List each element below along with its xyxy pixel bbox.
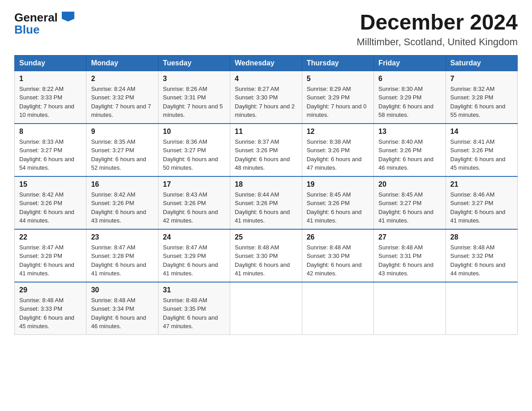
svg-marker-0 [62, 12, 74, 21]
calendar-cell: 14Sunrise: 8:41 AMSunset: 3:26 PMDayligh… [446, 124, 517, 176]
day-number: 11 [235, 128, 297, 136]
column-header-thursday: Thursday [302, 55, 373, 71]
calendar-cell: 5Sunrise: 8:29 AMSunset: 3:29 PMDaylight… [302, 71, 373, 124]
column-header-wednesday: Wednesday [230, 55, 302, 71]
calendar-cell: 22Sunrise: 8:47 AMSunset: 3:28 PMDayligh… [15, 229, 86, 282]
day-info: Sunrise: 8:22 AMSunset: 3:33 PMDaylight:… [19, 85, 82, 120]
calendar-cell: 8Sunrise: 8:33 AMSunset: 3:27 PMDaylight… [15, 124, 86, 176]
day-info: Sunrise: 8:47 AMSunset: 3:28 PMDaylight:… [91, 243, 153, 278]
day-number: 20 [378, 180, 441, 188]
calendar-cell: 15Sunrise: 8:42 AMSunset: 3:26 PMDayligh… [15, 176, 86, 229]
calendar-cell: 7Sunrise: 8:32 AMSunset: 3:28 PMDaylight… [446, 71, 517, 124]
calendar-cell: 25Sunrise: 8:48 AMSunset: 3:30 PMDayligh… [230, 229, 302, 282]
calendar-week-row: 8Sunrise: 8:33 AMSunset: 3:27 PMDaylight… [15, 124, 518, 176]
logo-icon [62, 12, 74, 21]
day-number: 15 [19, 180, 82, 188]
day-info: Sunrise: 8:46 AMSunset: 3:27 PMDaylight:… [450, 190, 513, 225]
day-number: 14 [450, 128, 513, 136]
calendar-cell: 3Sunrise: 8:26 AMSunset: 3:31 PMDaylight… [158, 71, 230, 124]
day-number: 30 [91, 286, 153, 294]
calendar-cell [302, 282, 373, 335]
day-info: Sunrise: 8:27 AMSunset: 3:30 PMDaylight:… [235, 85, 297, 120]
calendar-cell: 20Sunrise: 8:45 AMSunset: 3:27 PMDayligh… [374, 176, 446, 229]
day-number: 16 [91, 180, 153, 188]
day-number: 17 [163, 180, 225, 188]
day-info: Sunrise: 8:41 AMSunset: 3:26 PMDaylight:… [450, 137, 513, 172]
day-number: 27 [378, 233, 441, 241]
column-header-saturday: Saturday [446, 55, 517, 71]
calendar-title: December 2024 [357, 11, 518, 34]
day-info: Sunrise: 8:30 AMSunset: 3:29 PMDaylight:… [378, 85, 441, 120]
day-number: 12 [307, 128, 369, 136]
column-header-tuesday: Tuesday [158, 55, 230, 71]
calendar-cell: 27Sunrise: 8:48 AMSunset: 3:31 PMDayligh… [374, 229, 446, 282]
day-number: 19 [307, 180, 369, 188]
day-info: Sunrise: 8:35 AMSunset: 3:27 PMDaylight:… [91, 137, 153, 172]
logo-blue-text: Blue [14, 23, 39, 37]
day-number: 21 [450, 180, 513, 188]
day-info: Sunrise: 8:48 AMSunset: 3:33 PMDaylight:… [19, 296, 82, 331]
calendar-cell: 29Sunrise: 8:48 AMSunset: 3:33 PMDayligh… [15, 282, 86, 335]
calendar-cell [374, 282, 446, 335]
calendar-cell: 28Sunrise: 8:48 AMSunset: 3:32 PMDayligh… [446, 229, 517, 282]
day-number: 13 [378, 128, 441, 136]
logo: General Blue [14, 11, 74, 37]
calendar-cell: 12Sunrise: 8:38 AMSunset: 3:26 PMDayligh… [302, 124, 373, 176]
calendar-cell: 18Sunrise: 8:44 AMSunset: 3:26 PMDayligh… [230, 176, 302, 229]
day-number: 26 [307, 233, 369, 241]
calendar-cell: 4Sunrise: 8:27 AMSunset: 3:30 PMDaylight… [230, 71, 302, 124]
calendar-cell: 1Sunrise: 8:22 AMSunset: 3:33 PMDaylight… [15, 71, 86, 124]
day-number: 7 [450, 75, 513, 83]
day-number: 28 [450, 233, 513, 241]
calendar-week-row: 15Sunrise: 8:42 AMSunset: 3:26 PMDayligh… [15, 176, 518, 229]
day-info: Sunrise: 8:48 AMSunset: 3:32 PMDaylight:… [450, 243, 513, 278]
day-number: 8 [19, 128, 82, 136]
day-number: 9 [91, 128, 153, 136]
day-info: Sunrise: 8:32 AMSunset: 3:28 PMDaylight:… [450, 85, 513, 120]
calendar-cell: 9Sunrise: 8:35 AMSunset: 3:27 PMDaylight… [86, 124, 158, 176]
day-info: Sunrise: 8:42 AMSunset: 3:26 PMDaylight:… [19, 190, 82, 225]
day-info: Sunrise: 8:48 AMSunset: 3:30 PMDaylight:… [307, 243, 369, 278]
calendar-cell: 16Sunrise: 8:42 AMSunset: 3:26 PMDayligh… [86, 176, 158, 229]
day-info: Sunrise: 8:45 AMSunset: 3:27 PMDaylight:… [378, 190, 441, 225]
day-info: Sunrise: 8:48 AMSunset: 3:30 PMDaylight:… [235, 243, 297, 278]
day-info: Sunrise: 8:33 AMSunset: 3:27 PMDaylight:… [19, 137, 82, 172]
calendar-cell: 10Sunrise: 8:36 AMSunset: 3:27 PMDayligh… [158, 124, 230, 176]
day-number: 5 [307, 75, 369, 83]
page-header: General Blue December 2024 Milltimber, S… [14, 11, 518, 48]
day-info: Sunrise: 8:37 AMSunset: 3:26 PMDaylight:… [235, 137, 297, 172]
day-number: 10 [163, 128, 225, 136]
calendar-cell [446, 282, 517, 335]
day-info: Sunrise: 8:47 AMSunset: 3:28 PMDaylight:… [19, 243, 82, 278]
calendar-week-row: 1Sunrise: 8:22 AMSunset: 3:33 PMDaylight… [15, 71, 518, 124]
day-number: 4 [235, 75, 297, 83]
day-info: Sunrise: 8:47 AMSunset: 3:29 PMDaylight:… [163, 243, 225, 278]
day-info: Sunrise: 8:36 AMSunset: 3:27 PMDaylight:… [163, 137, 225, 172]
column-header-sunday: Sunday [15, 55, 86, 71]
calendar-cell: 13Sunrise: 8:40 AMSunset: 3:26 PMDayligh… [374, 124, 446, 176]
day-info: Sunrise: 8:29 AMSunset: 3:29 PMDaylight:… [307, 85, 369, 120]
calendar-header-row: SundayMondayTuesdayWednesdayThursdayFrid… [15, 55, 518, 71]
day-number: 31 [163, 286, 225, 294]
calendar-cell: 31Sunrise: 8:48 AMSunset: 3:35 PMDayligh… [158, 282, 230, 335]
calendar-cell: 21Sunrise: 8:46 AMSunset: 3:27 PMDayligh… [446, 176, 517, 229]
calendar-cell: 30Sunrise: 8:48 AMSunset: 3:34 PMDayligh… [86, 282, 158, 335]
day-number: 24 [163, 233, 225, 241]
calendar-cell: 11Sunrise: 8:37 AMSunset: 3:26 PMDayligh… [230, 124, 302, 176]
day-info: Sunrise: 8:42 AMSunset: 3:26 PMDaylight:… [91, 190, 153, 225]
day-number: 18 [235, 180, 297, 188]
calendar-cell: 26Sunrise: 8:48 AMSunset: 3:30 PMDayligh… [302, 229, 373, 282]
day-info: Sunrise: 8:48 AMSunset: 3:31 PMDaylight:… [378, 243, 441, 278]
calendar-cell: 24Sunrise: 8:47 AMSunset: 3:29 PMDayligh… [158, 229, 230, 282]
day-info: Sunrise: 8:45 AMSunset: 3:26 PMDaylight:… [307, 190, 369, 225]
day-number: 3 [163, 75, 225, 83]
title-area: December 2024 Milltimber, Scotland, Unit… [357, 11, 518, 48]
day-number: 2 [91, 75, 153, 83]
calendar-cell: 19Sunrise: 8:45 AMSunset: 3:26 PMDayligh… [302, 176, 373, 229]
calendar-cell [230, 282, 302, 335]
day-info: Sunrise: 8:40 AMSunset: 3:26 PMDaylight:… [378, 137, 441, 172]
column-header-friday: Friday [374, 55, 446, 71]
day-number: 25 [235, 233, 297, 241]
calendar-week-row: 22Sunrise: 8:47 AMSunset: 3:28 PMDayligh… [15, 229, 518, 282]
day-number: 23 [91, 233, 153, 241]
